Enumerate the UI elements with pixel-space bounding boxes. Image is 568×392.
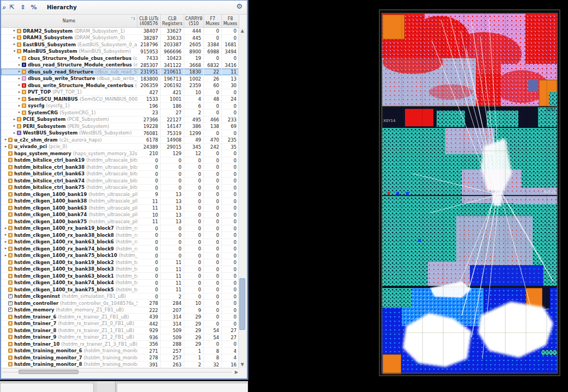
horizontal-scroll-thumb[interactable] (19, 370, 78, 374)
expand-arrow-icon[interactable]: ▸ (17, 82, 22, 88)
horizontal-scrollbar[interactable]: ▶ (1, 368, 239, 375)
expand-arrow-icon[interactable]: ▸ (17, 69, 22, 75)
table-row[interactable]: hstdm_clkgen_1400_tx_bank75_block5 (hstd… (1, 286, 239, 293)
table-row[interactable]: hstdm_clkgen_1400_tx_bank63_block1 (hstd… (1, 273, 239, 280)
table-row[interactable]: hstdm_clkgen_1400_bank19 (hstdm_ultrasca… (1, 191, 239, 198)
column-header-clb-luts[interactable]: CLB LUTs (408576 (137, 15, 161, 27)
expand-arrow-icon[interactable]: ▸ (17, 109, 22, 115)
table-row[interactable]: ▸ dbus_sub_write_Structure (dbus_sub_wri… (1, 76, 239, 83)
table-row[interactable]: ▸ dbus_read_Structure_Module_centerbus (… (1, 62, 239, 69)
carry8-value: 0 (184, 185, 204, 191)
expand-arrow-icon[interactable]: ▸ (17, 103, 22, 109)
show-percentage-icon[interactable]: % (29, 3, 39, 12)
table-row[interactable]: ▸ dbus_write_Structure_Module_centerbus … (1, 82, 239, 89)
expand-arrow-icon[interactable]: ▸ (17, 55, 22, 61)
table-row[interactable]: hstdm_memory (hstdm_memory_Z1_FB1_uB) 22… (1, 307, 239, 314)
table-row[interactable]: ▸ u_vivado_pci (pcie_0) 24389 29015 345 … (1, 144, 239, 151)
vertical-scroll-thumb[interactable] (239, 278, 245, 330)
expand-arrow-icon[interactable]: ▾ (12, 48, 17, 54)
column-header-name[interactable]: Name ^1 (1, 15, 137, 27)
expand-arrow-icon[interactable]: ▸ (3, 137, 8, 143)
hierarchy-toolbar: ⌕ ⇱ ⇕ % Hierarchy ⚙ (1, 1, 247, 15)
expand-arrow-icon[interactable]: ▸ (12, 41, 17, 47)
table-row[interactable]: hstdm_trainer_6 (hstdm_rx_trainer_Z1_FB1… (1, 314, 239, 321)
scroll-up-icon[interactable]: ▲ (239, 28, 246, 34)
table-row[interactable]: ▸ PVT_TOP (PVT_TOP_1) 427 421 10 0 0 (1, 89, 239, 96)
column-header-carry8[interactable]: CARRY8 (510 (184, 15, 204, 27)
collapse-all-icon[interactable]: ⇕ (18, 3, 28, 12)
expand-arrow-icon[interactable]: ▸ (17, 89, 22, 95)
clb-registers-value: 210611 (161, 69, 184, 75)
table-row[interactable]: ▸ u_c2c_shm_dram (c2c_aurora_haps) 6178 … (1, 137, 239, 144)
table-row[interactable]: hstdm_clkgen_1400_bank74 (hstdm_ultrasca… (1, 212, 239, 219)
expand-arrow-icon[interactable]: ▸ (17, 62, 22, 68)
table-row[interactable]: ▸ PERI_Subsystem (PERI_Subsystem) 19228 … (1, 123, 239, 130)
scroll-down-icon[interactable]: ▼ (239, 362, 246, 368)
expand-arrow-icon[interactable]: ▸ (12, 123, 17, 129)
table-row[interactable]: ▸ syscfg (syscfg_1) 196 186 6 0 0 (1, 103, 239, 110)
table-row[interactable]: hstdm_trainer_9 (hstdm_rx_trainer_Z1_2_F… (1, 334, 239, 341)
expand-arrow-icon[interactable]: ▸ (3, 144, 8, 150)
vertical-scrollbar[interactable]: ▲ ▼ (238, 28, 246, 368)
expand-arrow-icon[interactable]: ▸ (12, 28, 17, 34)
table-row[interactable]: ▾ MainBUS_Subsystem (MainBUS_Subsystem) … (1, 48, 239, 56)
table-row[interactable]: haps_system_memory (haps_system_memory_3… (1, 150, 239, 157)
table-row[interactable]: ▸ cbus_Structure_Module_cbus_centerbus (… (1, 55, 239, 62)
settings-gear-icon[interactable]: ⚙ (236, 3, 243, 10)
expand-arrow-icon[interactable]: ▸ (12, 130, 17, 136)
table-row[interactable]: hstdm_training_monitor_8 (hstdm_training… (1, 362, 239, 369)
table-row[interactable]: hstdm_bitslice_ctrl_bank63 (hstdm_ultras… (1, 171, 239, 178)
table-row[interactable]: ▸ DRAM2_Subsystem (DRAM_Subsystem_1) 384… (1, 28, 239, 35)
table-row[interactable]: hstdm_training_monitor_7 (hstdm_training… (1, 354, 239, 362)
search-icon[interactable]: ⌕ (2, 3, 6, 12)
clb-registers-value: 284 (161, 300, 184, 307)
table-row[interactable]: hstdm_clkgen_1400_tx_bank74_block4 (hstd… (1, 280, 239, 287)
table-row[interactable]: hstdm_trainer_7 (hstdm_rx_trainer_Z1_0_F… (1, 321, 239, 328)
table-row[interactable]: ▸ SystemCRG (SystemCRG_1) 23 27 2 0 0 (1, 109, 239, 117)
table-row[interactable]: hstdm_clkgen_1400_bank75 (hstdm_ultrasca… (1, 218, 239, 225)
hierarchy-window: ⌕ ⇱ ⇕ % Hierarchy ⚙ Name ^1 CLB LUTs (40… (0, 0, 248, 379)
table-row[interactable]: hstdm_trainer_8 (hstdm_rx_trainer_Z1_1_F… (1, 327, 239, 334)
column-header-clb-registers[interactable]: CLB Registers (161, 15, 184, 27)
expand-arrow-icon[interactable]: ▸ (12, 35, 17, 41)
scroll-right-icon[interactable]: ▶ (235, 369, 238, 375)
table-row[interactable]: ▸ hstdm_clkgen_1400_rx_bank19_block7 (hs… (1, 225, 239, 232)
column-header-f8-muxes[interactable]: F8 Muxes (222, 15, 239, 27)
expand-all-icon[interactable]: ⇱ (7, 3, 17, 12)
table-row[interactable]: hstdm_clkgen_1400_bank38 (hstdm_ultrasca… (1, 198, 239, 205)
table-row[interactable]: ▸ hstdm_clkgen_1400_rx_bank38_block8 (hs… (1, 232, 239, 239)
expand-arrow-icon[interactable]: ▸ (3, 232, 8, 238)
table-row[interactable]: hstdm_bitslice_ctrl_bank75 (hstdm_ultras… (1, 185, 239, 192)
device-floorplan-view[interactable]: SLR2 X0Y14 X8Y10 (379, 9, 560, 376)
table-row[interactable]: hstdm_clkgen_1400_tx_bank19_block2 (hstd… (1, 259, 239, 266)
table-row[interactable]: ▸ dbus_sub_read_Structure (dbus_sub_read… (1, 69, 239, 76)
expand-arrow-icon[interactable]: ▸ (3, 253, 8, 259)
expand-arrow-icon[interactable]: ▸ (3, 225, 8, 231)
expand-arrow-icon[interactable]: ▸ (12, 117, 17, 122)
expand-arrow-icon[interactable]: ▸ (3, 246, 8, 252)
table-row[interactable]: hstdm_clkgeninst (hstdm_simulation_FB1_u… (1, 293, 239, 301)
table-row[interactable]: hstdm_bitslice_ctrl_bank74 (hstdm_ultras… (1, 177, 239, 185)
table-row[interactable]: hstdm_bitslice_ctrl_bank38 (hstdm_ultras… (1, 164, 239, 171)
table-row[interactable]: hstdm_clkgen_1400_bank63 (hstdm_ultrasca… (1, 205, 239, 212)
table-row[interactable]: hstdm_bitslice_ctrl_bank19 (hstdm_ultras… (1, 157, 239, 164)
clb-registers-value: 11 (161, 286, 184, 293)
expand-arrow-icon[interactable]: ▸ (17, 96, 22, 102)
table-row[interactable]: hstdm_controller (hstdm_controller_0s_10… (1, 300, 239, 307)
table-row[interactable]: hstdm_clkgen_1400_tx_bank38_block3 (hstd… (1, 266, 239, 273)
expand-arrow-icon[interactable]: ▸ (17, 76, 22, 82)
table-row[interactable]: hstdm_trainer_10 (hstdm_rx_trainer_Z1_3_… (1, 341, 239, 348)
table-row[interactable]: ▸ SemiSCU_MAINBUS (SemiSCU_MAINBUS_0000_… (1, 96, 239, 103)
table-row[interactable]: ▸ hstdm_clkgen_1400_rx_bank75_block10 (h… (1, 253, 239, 260)
expand-arrow-icon[interactable]: ▸ (3, 239, 8, 245)
table-row[interactable]: ▸ EastBUS_Subsystem (EastBUS_Subsystem_0… (1, 41, 239, 48)
table-row[interactable]: ▸ PCIE_Subsystem (PCIE_Subsystem) 27366 … (1, 117, 239, 124)
table-row[interactable]: ▸ hstdm_clkgen_1400_rx_bank74_block9 (hs… (1, 246, 239, 253)
table-row[interactable]: ▸ hstdm_clkgen_1400_rx_bank63_block6 (hs… (1, 239, 239, 246)
table-row[interactable]: hstdm_training_monitor_6 (hstdm_training… (1, 348, 239, 355)
table-row[interactable]: ▸ DRAM3_Subsystem (DRAM_Subsystem_0) 382… (1, 35, 239, 42)
f8-muxes-value: 0 (222, 205, 239, 211)
column-header-f7-muxes[interactable]: F7 Muxes (204, 15, 222, 27)
table-row[interactable]: ▸ WestBUS_Subsystem (WestBUS_Subsystem) … (1, 130, 239, 137)
module-name: (DRAM_Subsystem_0) (74, 35, 125, 40)
